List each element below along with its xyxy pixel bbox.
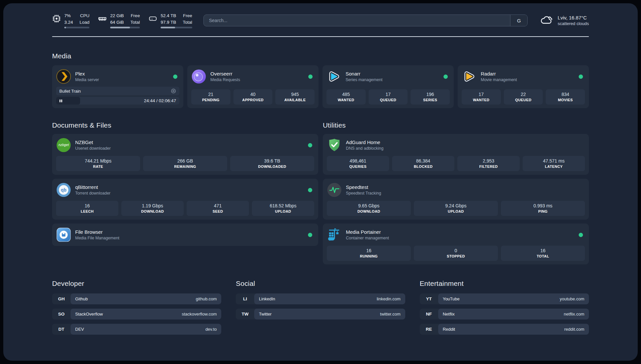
stat-value: 40 — [235, 92, 271, 97]
status-online-dot — [308, 233, 312, 237]
stat-label: RUNNING — [328, 254, 410, 258]
service-card-header: nzbget NZBGet Usenet downloader — [56, 137, 314, 153]
plex-icon — [56, 69, 71, 84]
bookmark-abbr: YT — [420, 293, 438, 304]
stat-label-bottom: Total — [183, 19, 192, 26]
service-name: qBittorrent — [75, 184, 110, 190]
service-card-radarr[interactable]: Radarr Movie management 17 WANTED 22 QUE… — [458, 65, 589, 108]
system-stat-cpu: 7% CPU 3.24 Load — [52, 13, 89, 28]
stat-label: WANTED — [328, 98, 364, 102]
status-online-dot — [308, 75, 313, 79]
portainer-icon — [327, 227, 342, 242]
service-description: Torrent downloader — [75, 191, 110, 196]
bookmark-link-reddit[interactable]: RE Reddit reddit.com — [420, 324, 589, 335]
bookmark-abbr: LI — [236, 293, 254, 304]
stat-value-bottom: 64 GiB — [110, 19, 124, 26]
system-stat-body: 52.4 TB Free 97.9 TB Total — [161, 13, 192, 28]
bookmark-column-entertainment: Entertainment YT YouTube youtube.com NF … — [420, 280, 589, 339]
playback-progress-bar[interactable]: 24:44 / 02:06:47 — [56, 97, 179, 105]
media-type-icon — [171, 88, 176, 94]
section-title-social: Social — [236, 280, 405, 288]
stat-value-top: 22 GiB — [110, 13, 124, 19]
stat-value: 21 — [193, 92, 229, 97]
stat-value: 498,461 — [328, 158, 388, 164]
top-bar: 7% CPU 3.24 Load 22 GiB Free 64 GiB Tota… — [3, 3, 638, 28]
stat-value: 17 — [370, 92, 407, 97]
stat-box-latency: 47.571 ms LATENCY — [523, 156, 585, 171]
service-card-header: Overseerr Media Requests — [191, 69, 315, 84]
stat-box-blocked: 86,384 BLOCKED — [392, 156, 454, 171]
stat-value-top: 7% — [64, 13, 73, 19]
adguard-icon — [327, 137, 342, 153]
status-online-dot — [308, 143, 312, 147]
stat-label-bottom: Total — [131, 19, 140, 26]
bookmark-body: DEV dev.to — [71, 324, 221, 335]
service-card-media-portainer[interactable]: Media Portainer Container management 16 … — [323, 224, 589, 264]
bookmark-link-dev[interactable]: DT DEV dev.to — [52, 324, 221, 335]
service-stats: 21 PENDING 40 APPROVED 945 AVAILABLE — [191, 86, 315, 105]
bookmark-body: LinkedIn linkedin.com — [254, 293, 405, 304]
service-card-plex[interactable]: Plex Media server Bullet Train 24:44 / 0… — [52, 65, 183, 108]
utilities-cards-stack: AdGuard Home DNS and adblocking 498,461 … — [323, 134, 589, 264]
stat-label: LEECH — [57, 209, 117, 213]
service-description: Container management — [346, 236, 389, 240]
service-card-nzbget[interactable]: nzbget NZBGet Usenet downloader 744.21 M… — [52, 134, 318, 175]
media-cards-row: Plex Media server Bullet Train 24:44 / 0… — [52, 65, 589, 108]
service-card-sonarr[interactable]: Sonarr Series management 485 WANTED 17 Q… — [322, 65, 454, 108]
bookmark-link-netflix[interactable]: NF Netflix netflix.com — [420, 309, 589, 319]
stat-value: 9.65 Gbps — [328, 203, 410, 208]
stat-value: 17 — [463, 92, 500, 97]
service-card-adguard-home[interactable]: AdGuard Home DNS and adblocking 498,461 … — [323, 134, 589, 175]
stat-value: 0.993 ms — [502, 203, 584, 208]
stat-box-upload: 618.52 Mbps UPLOAD — [252, 201, 314, 216]
service-name: Media Portainer — [346, 229, 389, 235]
service-card-speedtest[interactable]: Speedtest Speedtest Tracking 9.65 Gbps D… — [323, 179, 589, 220]
stat-label: PENDING — [193, 98, 229, 102]
stat-value: 1.19 Gbps — [123, 203, 182, 208]
bookmark-link-linkedin[interactable]: LI LinkedIn linkedin.com — [236, 293, 405, 304]
stat-label: WANTED — [463, 98, 500, 102]
now-playing-title-row: Bullet Train — [56, 87, 179, 95]
search-engine-button[interactable]: G — [510, 15, 527, 26]
stat-value: 744.21 Mbps — [57, 158, 139, 164]
service-description: Speedtest Tracking — [346, 191, 381, 196]
stat-box-download: 1.19 Gbps DOWNLOAD — [121, 201, 184, 216]
stat-value: 471 — [188, 203, 248, 208]
pause-icon[interactable] — [59, 99, 63, 103]
stat-label-top: CPU — [79, 13, 89, 19]
stat-label: TOTAL — [502, 254, 584, 258]
stat-value: 834 — [547, 92, 584, 97]
service-card-overseerr[interactable]: Overseerr Media Requests 21 PENDING 40 A… — [187, 65, 319, 108]
bookmark-link-stackoverflow[interactable]: SO StackOverflow stackoverflow.com — [52, 309, 221, 319]
search-input[interactable] — [204, 15, 510, 26]
service-stats: 17 WANTED 22 QUEUED 834 MOVIES — [462, 86, 585, 105]
bookmark-body: Netflix netflix.com — [438, 309, 589, 319]
stat-label: DOWNLOAD — [123, 209, 182, 213]
stat-box-leech: 16 LEECH — [56, 201, 118, 216]
service-card-header: Sonarr Series management — [326, 69, 450, 84]
bookmark-abbr: SO — [52, 309, 71, 319]
stat-label: APPROVED — [235, 98, 271, 102]
stat-box-wanted: 17 WANTED — [462, 89, 501, 105]
bookmark-link-twitter[interactable]: TW Twitter twitter.com — [236, 309, 405, 319]
service-name: Sonarr — [346, 71, 382, 76]
stat-label: PING — [502, 209, 584, 213]
status-online-dot — [579, 233, 583, 237]
bookmark-abbr: GH — [52, 293, 71, 304]
stat-box-wanted: 485 WANTED — [326, 89, 366, 105]
service-stats: 16 RUNNING 0 STOPPED 16 TOTAL — [327, 242, 585, 261]
bookmark-url: github.com — [196, 296, 217, 301]
bookmark-name: YouTube — [443, 296, 460, 301]
service-name: File Browser — [75, 229, 119, 235]
stat-box-download: 9.65 Gbps DOWNLOAD — [327, 201, 411, 216]
service-card-qbittorrent[interactable]: qb qBittorrent Torrent downloader 16 LEE… — [52, 179, 318, 220]
service-card-file-browser[interactable]: File Browser Media File Management — [52, 224, 318, 246]
bookmark-link-youtube[interactable]: YT YouTube youtube.com — [420, 293, 589, 304]
bookmark-column-developer: Developer GH Github github.com SO StackO… — [52, 280, 221, 339]
bookmark-link-github[interactable]: GH Github github.com — [52, 293, 221, 304]
stat-label: UPLOAD — [415, 209, 497, 213]
bookmark-name: StackOverflow — [75, 312, 103, 317]
stat-label: QUEUED — [505, 98, 542, 102]
service-description: DNS and adblocking — [346, 146, 383, 151]
section-media: Media Plex Media server Bullet Train 24:… — [52, 52, 589, 108]
